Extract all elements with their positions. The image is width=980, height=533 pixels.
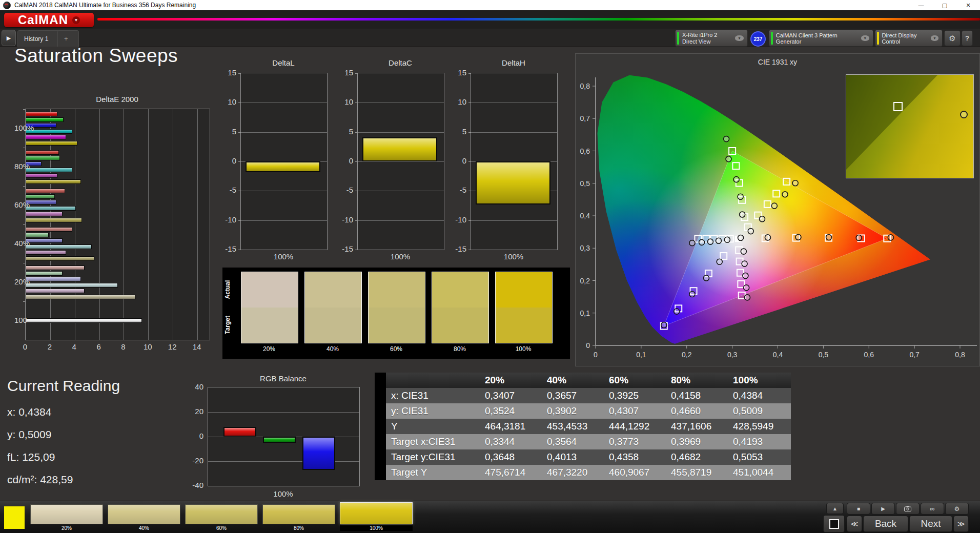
measured-marker-green	[724, 136, 729, 142]
plot-area	[471, 73, 558, 250]
play-button[interactable]: ▶	[871, 503, 895, 515]
stop-button[interactable]: ■	[847, 503, 870, 515]
row-label: Y	[386, 421, 481, 432]
table-cell: 475,6714	[481, 467, 543, 478]
grid-line	[358, 220, 444, 221]
measured-marker-cyan	[716, 238, 721, 243]
svg-text:0,1: 0,1	[636, 351, 646, 359]
cie-chart-title: CIE 1931 xy	[576, 58, 979, 66]
svg-text:0: 0	[594, 351, 598, 359]
nav-expand-button[interactable]: ▶	[2, 30, 16, 46]
pattern-label: 20%	[30, 525, 103, 531]
x-tick-label: 4	[67, 342, 82, 351]
snapshot-button[interactable]	[896, 503, 920, 515]
column-header: 80%	[667, 375, 729, 386]
display-control-dropdown[interactable]: Direct Display Control ▼	[875, 30, 943, 47]
axis-tick	[468, 102, 471, 103]
svg-text:0,2: 0,2	[580, 277, 590, 285]
grid-line	[208, 461, 359, 462]
pattern-button-60%[interactable]: 60%	[185, 504, 258, 531]
measured-marker-cyan	[699, 239, 705, 245]
pattern-button-100%[interactable]: 100%	[340, 502, 413, 531]
svg-text:0,8: 0,8	[580, 82, 590, 90]
measured-marker-yellow	[782, 192, 788, 197]
settings-button[interactable]: ⚙	[944, 30, 961, 46]
deltae-bar-magenta	[26, 289, 85, 293]
table-row: Y464,3181453,4533444,1292437,1606428,594…	[375, 419, 791, 434]
deltae-bar-green	[26, 117, 64, 122]
x-axis-label: 100%	[208, 489, 359, 498]
grid-line	[358, 191, 444, 191]
pattern-button-40%[interactable]: 40%	[108, 504, 180, 531]
measured-marker-red	[795, 234, 801, 240]
grid-line	[197, 109, 198, 340]
first-page-button[interactable]: ≪	[847, 516, 862, 532]
pattern-button-80%[interactable]: 80%	[262, 504, 335, 531]
deltae-bar-green	[26, 194, 55, 199]
axis-tick	[238, 132, 241, 133]
table-cell: 0,3524	[481, 405, 543, 417]
calman-window: CalMAN 2018 CalMAN Ultimate for Business…	[0, 0, 980, 533]
plot-area	[240, 73, 328, 250]
measured-marker-red	[856, 235, 862, 241]
reading-value: fL: 125,09	[7, 451, 55, 463]
deltae-bar-cyan	[26, 206, 76, 211]
y-tick-label: 5	[218, 127, 236, 136]
svg-text:0,6: 0,6	[864, 351, 874, 359]
deltae-bar-red	[26, 150, 59, 155]
swatch-cell-100%	[495, 272, 553, 343]
actual-swatch	[496, 272, 552, 308]
minimize-button[interactable]: —	[909, 0, 933, 10]
pattern-label: 100%	[340, 525, 413, 531]
pattern-settings-button[interactable]: ⚙	[945, 503, 969, 515]
grid-line	[241, 191, 327, 191]
axis-tick	[355, 191, 358, 191]
chart-title: RGB Balance	[208, 374, 359, 383]
pattern-label: 60%	[185, 525, 258, 531]
inset-target-marker	[893, 102, 903, 111]
last-page-button[interactable]: ≫	[953, 516, 969, 532]
continuous-measure-button[interactable]: ∞	[921, 503, 944, 515]
axis-tick	[238, 220, 241, 221]
pattern-window-button[interactable]	[823, 515, 845, 532]
measured-marker-cyan	[707, 239, 713, 244]
measured-marker-green	[740, 212, 745, 217]
table-gutter	[375, 449, 386, 465]
measured-marker-green	[726, 156, 731, 162]
actual-target-swatch-strip: ActualTarget20%40%60%80%100%	[222, 268, 570, 359]
y-tick-label: 10	[448, 97, 466, 106]
y-tick-label: 0	[218, 156, 236, 165]
source-dropdown[interactable]: CalMAN Client 3 Pattern Generator ▼	[769, 30, 873, 47]
axis-tick	[468, 220, 471, 221]
help-button[interactable]: ?	[962, 30, 973, 46]
display-status-stripe	[877, 32, 879, 45]
deltae-bar-cyan	[26, 168, 72, 172]
meter-mode: Direct View	[682, 38, 717, 45]
measured-marker-green	[733, 177, 739, 182]
plot-area	[208, 387, 360, 486]
meter-count-badge[interactable]: 237	[750, 31, 766, 47]
swatch-label: 100%	[495, 345, 552, 353]
close-button[interactable]: ✕	[956, 0, 980, 10]
eject-button[interactable]: ▲	[826, 503, 844, 514]
chevron-down-icon: ▼	[735, 35, 744, 41]
pattern-button-20%[interactable]: 20%	[30, 504, 103, 531]
meter-dropdown[interactable]: X-Rite i1Pro 2 Direct View ▼	[675, 30, 748, 47]
calman-menu-button[interactable]: CalMAN ▼	[4, 13, 94, 27]
y-tick-label: 100	[14, 316, 23, 324]
next-button[interactable]: Next	[909, 516, 952, 532]
measured-marker-magenta	[744, 295, 750, 300]
table-row: Target x:CIE310,33440,35640,37730,39690,…	[375, 434, 791, 449]
y-tick-label: 15	[218, 68, 236, 77]
axis-tick	[23, 186, 26, 187]
grid-line	[99, 109, 100, 340]
pattern-swatch	[30, 504, 103, 524]
column-header: 100%	[729, 375, 791, 386]
maximize-button[interactable]: ▢	[933, 0, 956, 10]
add-tab-button[interactable]: +	[57, 30, 79, 47]
measured-marker-green	[738, 194, 743, 199]
axis-tick	[355, 132, 358, 133]
y-tick-label: 5	[448, 127, 466, 136]
back-button[interactable]: Back	[863, 516, 908, 532]
gear-icon: ⚙	[954, 505, 960, 512]
